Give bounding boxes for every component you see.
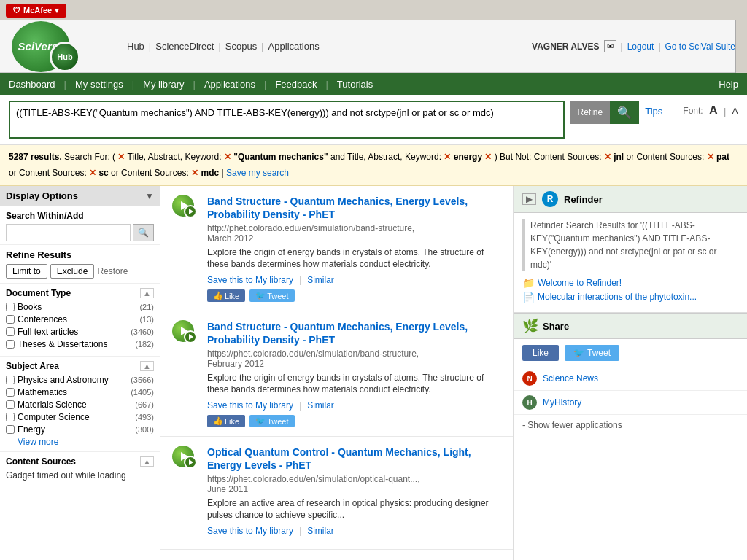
nav-tutorials[interactable]: Tutorials	[328, 73, 382, 95]
x-icon6[interactable]: ✕	[707, 152, 714, 162]
result-2-tweet-button[interactable]: 🐦 Tweet	[249, 415, 294, 427]
result-3-similar-link[interactable]: Similar	[307, 526, 334, 536]
font-label: Font:	[683, 106, 703, 116]
result-3-save-link[interactable]: Save this to My library	[207, 526, 293, 536]
nav-hub[interactable]: Hub	[124, 41, 147, 52]
result-2-save-link[interactable]: Save this to My library	[207, 400, 293, 411]
exclude-button[interactable]: Exclude	[50, 264, 95, 279]
nav-applications[interactable]: Applications	[196, 73, 264, 95]
content-sources-collapse: ▲	[140, 456, 154, 467]
refinder-panel: ▶ R Refinder Refinder Search Results for…	[514, 186, 747, 309]
result-1-save-link[interactable]: Save this to My library	[207, 275, 293, 285]
result-item-1: Band Structure - Quantum Mechanics, Ener…	[160, 186, 513, 311]
result-3-title[interactable]: Optical Quantum Control - Quantum Mechan…	[207, 446, 501, 472]
search-input[interactable]: ((TITLE-ABS-KEY("Quantum mechanics") AND…	[9, 101, 565, 139]
save-search-link[interactable]: Save my search	[226, 168, 289, 178]
header-scrollbar[interactable]	[735, 20, 747, 73]
restore-button[interactable]: Restore	[97, 266, 128, 276]
doc-type-books-checkbox[interactable]	[6, 303, 15, 311]
nav-sciencedirect[interactable]: ScienceDirect	[152, 41, 217, 52]
nav-feedback[interactable]: Feedback	[266, 73, 325, 95]
scival-link[interactable]: Go to SciVal Suite	[665, 42, 736, 52]
nav-my-library[interactable]: My library	[134, 73, 193, 95]
tips-link[interactable]: Tips	[645, 106, 662, 117]
search-within-section: Search Within/Add 🔍	[0, 206, 160, 245]
but-not-text: ) But Not: Content Sources:	[495, 152, 604, 162]
font-small[interactable]: A	[732, 106, 738, 117]
header-sep2: |	[658, 42, 660, 52]
subject-computer-label: Computer Science	[18, 412, 90, 422]
doc-type-fulltext-checkbox[interactable]	[6, 327, 15, 336]
content-sources-label: Content Sources	[6, 456, 76, 467]
or1-text: or Content Sources:	[627, 152, 707, 162]
search-button[interactable]: 🔍	[610, 101, 639, 124]
subject-materials-checkbox[interactable]	[6, 400, 15, 409]
search-within-input[interactable]	[6, 224, 131, 241]
subject-area-header[interactable]: Subject Area ▲	[6, 361, 154, 371]
subject-computer-checkbox[interactable]	[6, 413, 15, 421]
nav-my-settings[interactable]: My settings	[66, 73, 132, 95]
nav-applications[interactable]: Applications	[266, 41, 322, 52]
subject-math-label: Mathematics	[18, 387, 67, 397]
subject-physics-label: Physics and Astronomy	[18, 375, 109, 385]
font-large[interactable]: A	[709, 104, 718, 118]
result-2-title[interactable]: Band Structure - Quantum Mechanics, Ener…	[207, 320, 501, 346]
doc-type-theses-count: (182)	[135, 340, 154, 349]
doc-type-item-fulltext: Full text articles (3460)	[6, 327, 154, 337]
x-icon2[interactable]: ✕	[224, 152, 231, 162]
refinder-link-1[interactable]: Welcome to Refinder!	[538, 278, 622, 288]
refinder-link-2[interactable]: Molecular interactions of the phytotoxin…	[538, 292, 697, 302]
refine-button[interactable]: Refine	[570, 101, 611, 124]
doc-type-section: Document Type ▲ Books (21) Conferences (…	[0, 284, 160, 357]
science-news-link[interactable]: Science News	[543, 373, 598, 384]
header: SciVerse Hub Hub | ScienceDirect | Scopu…	[0, 20, 747, 73]
doc-type-item-theses: Theses & Dissertations (182)	[6, 339, 154, 349]
x-icon7[interactable]: ✕	[89, 168, 96, 178]
doc-type-theses-checkbox[interactable]	[6, 340, 15, 349]
doc-type-conferences-checkbox[interactable]	[6, 315, 15, 324]
doc-type-header[interactable]: Document Type ▲	[6, 288, 154, 298]
logout-link[interactable]: Logout	[627, 42, 654, 52]
x-icon1[interactable]: ✕	[117, 152, 125, 162]
subject-energy-checkbox[interactable]	[6, 425, 15, 434]
result-2-like-button[interactable]: 👍 Like	[207, 415, 245, 427]
mcafee-button[interactable]: 🛡 McAfee ▾	[6, 4, 66, 18]
nav-help[interactable]: Help	[710, 73, 747, 95]
nav-dashboard[interactable]: Dashboard	[0, 73, 64, 95]
result-1-like-button[interactable]: 👍 Like	[207, 289, 245, 302]
result-1-title[interactable]: Band Structure - Quantum Mechanics, Ener…	[207, 195, 501, 221]
like-thumb-icon-2: 👍	[213, 416, 223, 426]
result-3-desc: Explore an active area of research in op…	[207, 497, 501, 522]
share-like-button[interactable]: Like	[522, 345, 559, 361]
nav-scopus[interactable]: Scopus	[222, 41, 260, 52]
subject-materials-count: (667)	[135, 400, 154, 409]
refinder-expand-btn[interactable]: ▶	[522, 193, 536, 205]
subject-physics-checkbox[interactable]	[6, 376, 15, 384]
search-within-button[interactable]: 🔍	[133, 224, 154, 241]
subject-math-checkbox[interactable]	[6, 388, 15, 397]
subject-materials: Materials Science (667)	[6, 400, 154, 410]
display-options-collapse: ▼	[145, 191, 154, 201]
source4: mdc	[201, 168, 220, 178]
view-more-link[interactable]: View more	[6, 437, 154, 447]
myhistory-link[interactable]: MyHistory	[543, 397, 581, 408]
x-icon5[interactable]: ✕	[604, 152, 611, 162]
result-2-similar-link[interactable]: Similar	[307, 400, 334, 411]
source1: jnl	[614, 152, 624, 162]
content-sources-header[interactable]: Content Sources ▲	[6, 456, 154, 467]
result-1-tweet-button[interactable]: 🐦 Tweet	[249, 289, 294, 302]
refinder-link-1-row: 📁 Welcome to Refinder!	[522, 277, 738, 289]
show-fewer-link[interactable]: - Show fewer applications	[522, 420, 622, 430]
subject-computer: Computer Science (493)	[6, 412, 154, 422]
share-tweet-button[interactable]: 🐦 Tweet	[565, 345, 619, 361]
font-sep: |	[724, 106, 726, 117]
result-1-similar-link[interactable]: Similar	[307, 275, 334, 285]
x-icon3[interactable]: ✕	[444, 152, 451, 162]
display-options-header[interactable]: Display Options ▼	[0, 186, 160, 206]
limit-to-button[interactable]: Limit to	[6, 264, 47, 279]
doc-type-fulltext-label: Full text articles	[18, 327, 78, 337]
x-icon4[interactable]: ✕	[484, 152, 492, 162]
search-within-label: Search Within/Add	[6, 211, 154, 221]
x-icon8[interactable]: ✕	[191, 168, 198, 178]
subject-math-count: (1405)	[131, 388, 154, 397]
